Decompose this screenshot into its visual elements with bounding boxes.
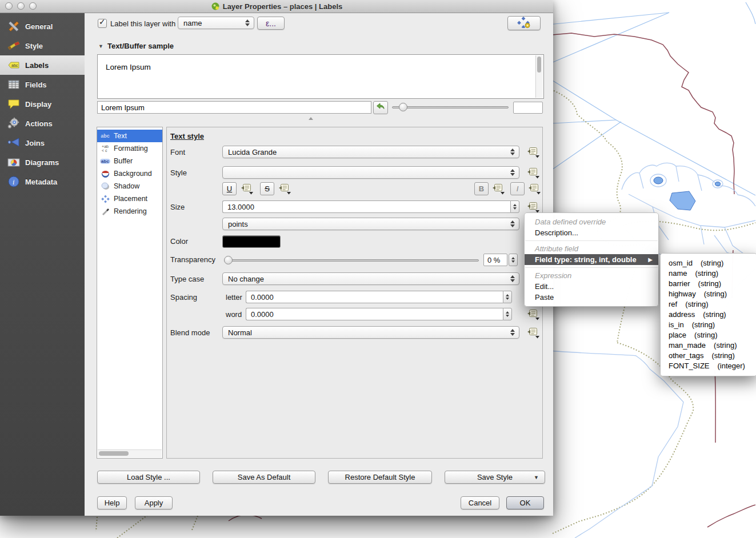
underline-data-defined-button[interactable] (239, 182, 255, 195)
sidebar-item-display[interactable]: Display (0, 94, 85, 114)
ok-button[interactable]: OK (506, 496, 544, 509)
data-defined-context-menu: Data defined override Description... Att… (524, 212, 659, 307)
label-settings-tab-list: abc Text +ab< c Formatting abc Buffer Ba… (97, 127, 163, 459)
font-select[interactable]: Lucida Grande (222, 146, 519, 158)
sample-size-value-box[interactable] (513, 102, 543, 114)
underline-button[interactable]: U (222, 182, 237, 195)
transparency-slider-thumb[interactable] (224, 256, 233, 264)
restore-default-style-button[interactable]: Restore Default Style (328, 471, 432, 484)
field-menu-item-font-size[interactable]: FONT_SIZE(integer) (661, 361, 756, 371)
sidebar-item-style[interactable]: Style (0, 36, 85, 55)
letter-spacing-spinbox[interactable]: 0.0000 (246, 291, 512, 303)
tools-icon (7, 19, 21, 33)
window-titlebar[interactable]: Layer Properties – places | Labels (0, 0, 553, 13)
word-spacing-spinbox[interactable]: 0.0000 (246, 308, 512, 320)
field-menu-item-place[interactable]: place(string) (661, 330, 756, 340)
preview-scrollbar-thumb[interactable] (537, 57, 541, 73)
text-color-swatch[interactable] (222, 235, 281, 248)
tab-buffer[interactable]: abc Buffer (97, 155, 162, 167)
reset-sample-button[interactable] (373, 101, 388, 114)
data-defined-icon (241, 183, 254, 195)
field-menu-item-osm-id[interactable]: osm_id(string) (661, 258, 756, 268)
size-data-defined-button[interactable] (525, 200, 541, 214)
tab-rendering[interactable]: Rendering (97, 205, 162, 218)
placement-engine-button[interactable] (507, 16, 541, 30)
sidebar-item-joins[interactable]: Joins (0, 133, 85, 152)
gear-icon (7, 117, 21, 130)
italic-button[interactable]: I (510, 182, 525, 195)
transparency-stepper[interactable] (509, 254, 518, 266)
menu-group-header: Expression (525, 270, 658, 281)
size-spinbox[interactable]: 13.0000 (222, 200, 519, 213)
tab-list-scrollbar[interactable] (98, 449, 162, 457)
field-menu-item-other-tags[interactable]: other_tags(string) (661, 351, 756, 361)
blend-mode-label: Blend mode (170, 328, 210, 337)
menu-item-field-type[interactable]: Field type: string, int, double ▶ (525, 254, 658, 265)
sidebar-item-label: Style (25, 42, 43, 50)
menu-item-description[interactable]: Description... (525, 227, 658, 238)
sidebar-item-labels[interactable]: abc Labels (0, 55, 85, 75)
expression-builder-button[interactable]: ε... (257, 17, 285, 30)
strikeout-button[interactable]: S (260, 182, 274, 195)
strikeout-data-defined-button[interactable] (277, 182, 293, 195)
sample-size-slider-thumb[interactable] (399, 103, 407, 111)
splitter-handle[interactable] (309, 117, 313, 120)
italic-data-defined-button[interactable] (526, 182, 542, 195)
tab-formatting[interactable]: +ab< c Formatting (97, 142, 162, 155)
load-style-button[interactable]: Load Style ... (97, 471, 200, 484)
background-icon (99, 170, 111, 178)
sample-size-slider[interactable] (392, 106, 509, 109)
sidebar-item-diagrams[interactable]: Diagrams (0, 152, 85, 172)
stepper-arrows-icon[interactable] (510, 200, 519, 213)
sidebar-item-fields[interactable]: Fields (0, 75, 85, 94)
tab-placement[interactable]: Placement (97, 192, 162, 205)
transparency-value-box[interactable]: 0 % (483, 254, 507, 266)
label-layer-checkbox[interactable]: ✓ (98, 19, 107, 28)
save-style-button[interactable]: Save Style ▼ (445, 471, 545, 484)
apply-button[interactable]: Apply (135, 496, 173, 509)
save-as-default-button[interactable]: Save As Default (213, 471, 315, 484)
preview-scrollbar[interactable] (535, 55, 543, 98)
sidebar-item-metadata[interactable]: i Metadata (0, 172, 85, 191)
style-data-defined-button[interactable] (525, 166, 541, 179)
sample-text-input[interactable] (97, 101, 371, 114)
menu-item-edit[interactable]: Edit... (525, 281, 658, 292)
sample-section-header[interactable]: ▼ Text/Buffer sample (98, 42, 174, 50)
sidebar-item-actions[interactable]: Actions (0, 114, 85, 133)
blend-mode-data-defined-button[interactable] (525, 326, 541, 339)
field-menu-item-address[interactable]: address(string) (661, 310, 756, 320)
field-menu-item-is-in[interactable]: is_in(string) (661, 320, 756, 330)
tab-text[interactable]: abc Text (97, 130, 162, 142)
select-arrows-icon (510, 169, 515, 176)
size-unit-select[interactable]: points (222, 218, 519, 230)
bold-button[interactable]: B (474, 182, 489, 195)
field-menu-item-ref[interactable]: ref(string) (661, 299, 756, 310)
tab-shadow[interactable]: Shadow (97, 180, 162, 192)
field-menu-item-man-made[interactable]: man_made(string) (661, 340, 756, 351)
style-select[interactable] (222, 166, 519, 179)
word-spacing-data-defined-button[interactable] (525, 308, 541, 321)
type-case-select[interactable]: No change (222, 272, 519, 285)
bold-data-defined-button[interactable] (490, 182, 506, 195)
transparency-slider[interactable] (224, 259, 479, 262)
field-menu-item-barrier[interactable]: barrier(string) (661, 279, 756, 289)
select-arrows-icon (510, 148, 515, 155)
font-data-defined-button[interactable] (525, 146, 541, 159)
field-menu-item-name[interactable]: name(string) (661, 268, 756, 279)
sidebar-item-general[interactable]: General (0, 17, 85, 36)
placement-icon (99, 195, 111, 203)
sidebar-item-label: Joins (25, 139, 45, 147)
blend-mode-select[interactable]: Normal (222, 326, 519, 339)
help-button[interactable]: Help (97, 496, 127, 509)
label-field-select[interactable]: name (178, 17, 254, 29)
tab-background[interactable]: Background (97, 167, 162, 180)
checkmark-icon: ✓ (99, 17, 106, 26)
stepper-arrows-icon[interactable] (503, 291, 512, 303)
tab-list-scrollbar-thumb[interactable] (99, 451, 129, 456)
menu-item-paste[interactable]: Paste (525, 292, 658, 303)
abc-icon: abc (99, 132, 111, 140)
svg-text:abc: abc (11, 63, 18, 67)
field-menu-item-highway[interactable]: highway(string) (661, 289, 756, 299)
stepper-arrows-icon[interactable] (503, 308, 512, 320)
cancel-button[interactable]: Cancel (461, 496, 499, 509)
